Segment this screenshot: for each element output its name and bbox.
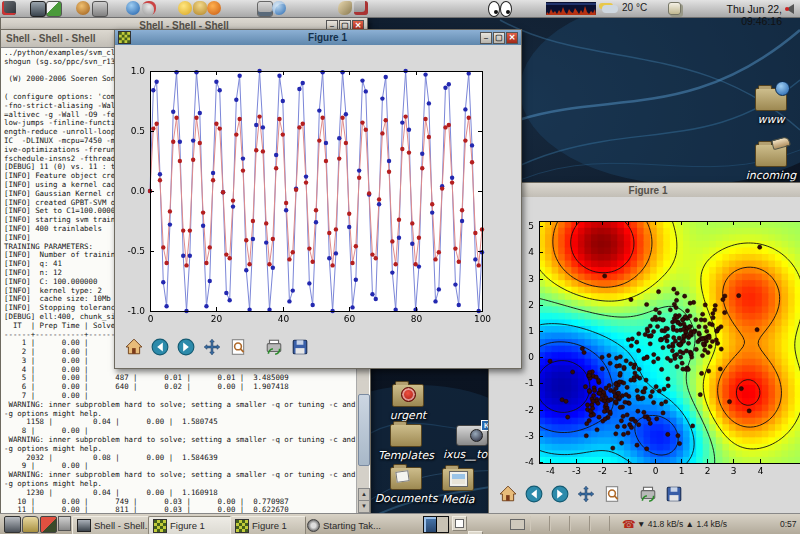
minimize-button[interactable]: – <box>480 32 492 44</box>
paper-badge-icon <box>395 470 409 483</box>
upload-icon: ▲ <box>686 519 694 529</box>
red-arrow-icon[interactable] <box>40 516 57 533</box>
desktop-icon-label: incoming <box>736 169 800 182</box>
globe-badge-icon <box>775 81 790 96</box>
contour-plot-canvas[interactable] <box>489 197 800 482</box>
empty-slot <box>590 516 610 531</box>
close-button[interactable]: ✕ <box>506 32 518 44</box>
download-icon: ▼ <box>637 519 645 529</box>
pager-desktop-1[interactable] <box>424 517 437 532</box>
forward-icon[interactable] <box>551 485 569 503</box>
show-desktop-icon[interactable] <box>257 1 273 17</box>
empty-slot <box>570 516 590 531</box>
pager-desktop-2[interactable] <box>437 517 449 532</box>
maximize-button[interactable]: ▢ <box>493 32 505 44</box>
zoom-icon[interactable] <box>603 485 621 503</box>
back-icon[interactable] <box>525 485 543 503</box>
empty-slot <box>550 516 570 531</box>
lock-icon[interactable] <box>22 516 39 533</box>
save-icon[interactable] <box>291 338 309 356</box>
desktop-icon-urgent[interactable]: urgent <box>378 384 438 422</box>
taskbar-button-figure2[interactable]: Figure 1 <box>230 516 306 534</box>
window-thumb-button[interactable] <box>452 516 467 531</box>
taskbar: Shell - Shell... Figure 1 Figure 1 Start… <box>0 513 800 534</box>
taskbar-button-starting[interactable]: Starting Tak... <box>302 516 394 534</box>
taskbar-button-label: Starting Tak... <box>323 520 381 531</box>
home-icon[interactable] <box>499 485 517 503</box>
pan-icon[interactable] <box>203 338 221 356</box>
scroll-down-arrow[interactable]: ▼ <box>358 500 370 513</box>
figure1-titlebar[interactable]: Figure 1 <box>115 30 521 45</box>
display-launcher-icon[interactable] <box>30 1 46 17</box>
desktop-icon-www[interactable]: www <box>738 88 800 126</box>
desktop-pager[interactable] <box>423 516 449 533</box>
compass-launcher-icon[interactable] <box>76 1 90 15</box>
taskbar-button-figure1[interactable]: Figure 1 <box>148 516 234 534</box>
taskbar-terminal-icon[interactable] <box>4 516 21 533</box>
contacts-launcher-icon[interactable] <box>193 1 207 15</box>
desktop-icon-incoming[interactable]: incoming <box>736 144 800 182</box>
globe-launcher-icon[interactable] <box>126 1 140 15</box>
desktop-icon-label: urgent <box>378 409 438 422</box>
home-icon[interactable] <box>125 338 143 356</box>
network-speed: ▼ 41.8 kB/s ▲ 1.4 kB/s <box>637 516 727 532</box>
taskbar-button-shell[interactable]: Shell - Shell... <box>72 516 154 534</box>
editor-launcher-icon[interactable] <box>46 1 62 17</box>
phone-tray-icon[interactable]: ☎ <box>622 516 636 532</box>
eyes-applet-icon <box>500 1 512 17</box>
empty-slot <box>530 516 550 531</box>
messenger-launcher-icon[interactable] <box>178 1 192 15</box>
photo-badge-icon <box>450 472 467 486</box>
figure-icon <box>235 519 249 533</box>
net-down-value: 41.8 kB/s <box>648 519 683 529</box>
desktop-icon-label: www <box>738 113 800 126</box>
bird-launcher-icon[interactable] <box>338 1 352 15</box>
figure-app-icon <box>118 31 131 44</box>
zoom-icon[interactable] <box>229 338 247 356</box>
figure1-window[interactable]: Figure 1 – ▢ ✕ <box>114 29 522 369</box>
gear-icon <box>307 519 320 532</box>
mini-window-outline[interactable] <box>510 519 525 530</box>
figure2-window[interactable]: Figure 1 <box>488 182 800 514</box>
figure-icon <box>153 519 167 533</box>
window-title: Figure 1 <box>489 185 800 196</box>
taskbar-button-label: Shell - Shell... <box>94 520 153 531</box>
small-app-icon[interactable] <box>58 516 71 531</box>
desktop-icon-media[interactable]: Media <box>430 468 486 506</box>
figure2-toolbar <box>495 485 687 503</box>
volume-icon[interactable] <box>786 4 794 14</box>
eyes-applet-icon <box>488 1 500 17</box>
scrollbar-thumb[interactable] <box>358 394 370 466</box>
pan-icon[interactable] <box>577 485 595 503</box>
taskbar-button-label: Figure 1 <box>252 520 287 531</box>
back-icon[interactable] <box>151 338 169 356</box>
panel-clock[interactable]: Thu Jun 22, 09:46:16 <box>688 3 782 27</box>
book-launcher-icon[interactable] <box>92 1 108 17</box>
save-icon[interactable] <box>665 485 683 503</box>
desktop-icon-templates[interactable]: Templates <box>370 424 442 462</box>
subplots-icon[interactable] <box>639 485 657 503</box>
browser-launcher-icon[interactable] <box>207 1 221 15</box>
figure1-toolbar <box>121 338 313 356</box>
folder-icon <box>755 88 787 111</box>
top-panel: 20 °C Thu Jun 22, 09:46:16 <box>0 0 800 18</box>
subplots-icon[interactable] <box>265 338 283 356</box>
clock-badge-icon <box>401 387 416 402</box>
window-list-icon[interactable] <box>668 2 681 15</box>
terminal-icon <box>77 519 91 532</box>
konqueror-launcher-icon[interactable] <box>272 1 286 15</box>
sine-plot-canvas[interactable] <box>115 45 519 330</box>
folder-icon <box>755 144 787 167</box>
desktop: www incoming urgent Templates K ixus__to… <box>0 0 800 534</box>
desktop-icon-label: Templates <box>370 449 442 462</box>
figure2-titlebar[interactable]: Figure 1 <box>489 183 800 197</box>
taskbar-button-label: Figure 1 <box>170 520 205 531</box>
grab-launcher-icon[interactable] <box>354 1 368 15</box>
forward-icon[interactable] <box>177 338 195 356</box>
timer-value: 0:57 <box>780 516 797 532</box>
desktop-icon-label: Media <box>430 493 486 506</box>
k-menu-icon[interactable] <box>2 1 16 15</box>
mouse-launcher-icon[interactable] <box>142 1 156 15</box>
folder-icon <box>390 424 422 447</box>
window-title: Figure 1 <box>134 32 521 43</box>
